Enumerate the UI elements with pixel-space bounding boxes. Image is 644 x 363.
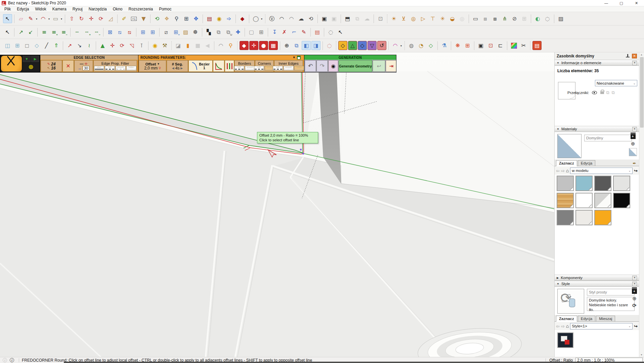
- panel-header-components[interactable]: ▶ Komponenty ✕: [555, 275, 639, 281]
- qft-shrink-selection[interactable]: ↙: [26, 28, 35, 37]
- uv-paste[interactable]: ⧉U: [224, 28, 233, 37]
- style-list-item[interactable]: [557, 332, 573, 348]
- subd-crease[interactable]: ◇: [32, 41, 41, 50]
- visibility-eye-icon[interactable]: [592, 91, 597, 94]
- dropdown-arrow-icon[interactable]: ▾: [36, 17, 37, 20]
- vray-light-sphere[interactable]: ◎: [458, 14, 467, 23]
- material-swatch-light-gray[interactable]: [557, 176, 574, 191]
- seg-increase-icon[interactable]: ▶: [180, 66, 183, 70]
- lab-flask[interactable]: ⚗: [440, 41, 449, 50]
- qft-connected-mesh[interactable]: ⊠: [105, 28, 115, 37]
- line-style-option-hidden[interactable]: hidden: [294, 66, 304, 71]
- tool-move[interactable]: ✛: [87, 14, 96, 23]
- export-image[interactable]: ➩: [224, 14, 233, 23]
- artisan-rock[interactable]: ◍: [407, 41, 416, 50]
- materials-panel-close-button[interactable]: ✕: [632, 127, 637, 131]
- line-style-option-hidden[interactable]: hidden: [126, 66, 136, 71]
- vray-viewport-region[interactable]: ▣: [330, 14, 339, 23]
- qft-red-diagonals[interactable]: ⧅: [125, 28, 134, 37]
- material-swatch-teal-blue[interactable]: [575, 176, 593, 191]
- vray-asset-editor[interactable]: Ⓥ: [267, 14, 276, 23]
- tool-scale[interactable]: ◿: [106, 14, 115, 23]
- vray-swarm[interactable]: ⟲: [306, 14, 315, 23]
- qft-uv-mapping[interactable]: ▨: [181, 28, 190, 37]
- vray-clipper[interactable]: ⊘: [510, 14, 519, 23]
- both-sides-button[interactable]: [225, 60, 234, 72]
- line-style-option-smooth[interactable]: smooth: [116, 66, 126, 71]
- dropdown-arrow-icon[interactable]: ▾: [48, 17, 50, 20]
- styles-panel-close-button[interactable]: ✕: [632, 282, 637, 286]
- pin-icon[interactable]: [625, 54, 630, 58]
- vray-proxy-export[interactable]: ⧈: [490, 14, 500, 23]
- vray-light-ies[interactable]: ⊤: [428, 14, 437, 23]
- edge-width-value[interactable]: 30: [83, 66, 89, 71]
- tab-edycja[interactable]: Edycja: [578, 160, 596, 166]
- vertex-tools-move[interactable]: ↗: [65, 41, 74, 50]
- menu-rozszerzenia[interactable]: Rozszerzenia: [125, 6, 156, 12]
- qft-blue-diagonals[interactable]: ⧅: [115, 28, 124, 37]
- 3d-viewport[interactable]: Offset 2,0 mm - Ratio = 100% Click to se…: [0, 52, 554, 357]
- vray-infinite-plane[interactable]: ▭: [471, 14, 480, 23]
- tool-pencil[interactable]: ✎▾: [26, 14, 35, 23]
- menu-rysuj[interactable]: Rysuj: [70, 6, 86, 12]
- qft-shrink-ring[interactable]: ╌−: [92, 28, 101, 37]
- clear-selection-button[interactable]: ✕: [62, 60, 74, 72]
- vray-fur[interactable]: ⋔: [500, 14, 509, 23]
- info-panel-close-button[interactable]: ✕: [632, 61, 637, 65]
- back-arrow-icon[interactable]: ⇦: [556, 324, 560, 329]
- menu-widok[interactable]: Widok: [32, 6, 49, 12]
- offset-dropdown-icon[interactable]: ▼: [157, 62, 160, 66]
- lasso-selection[interactable]: ◌: [326, 28, 335, 37]
- tool-tape-measure[interactable]: ✐: [120, 14, 129, 23]
- segments-value[interactable]: 4s: [175, 66, 180, 70]
- vray-lens-effects[interactable]: ▨: [556, 14, 565, 23]
- menu-edycja[interactable]: Edycja: [14, 6, 32, 12]
- fredo-fold[interactable]: ◪: [174, 41, 183, 50]
- seg-decrease-icon[interactable]: ◀: [172, 66, 174, 70]
- tab-zaznacz[interactable]: Zaznacz: [556, 160, 577, 166]
- qft-convert-quads[interactable]: ⊞: [138, 28, 147, 37]
- material-swatch-diagonal-gray[interactable]: [594, 193, 611, 208]
- soften-edges[interactable]: ▲: [98, 41, 107, 50]
- vray-light-generic[interactable]: ☀: [389, 14, 398, 23]
- dropdown-arrow-icon[interactable]: ▾: [261, 17, 262, 20]
- materials-scope-dropdown[interactable]: w modelu ⌄: [570, 168, 633, 174]
- lasso-red[interactable]: ◌: [325, 41, 334, 50]
- uv-checker[interactable]: ▚: [204, 28, 213, 37]
- dropdown-arrow-icon[interactable]: ▾: [61, 17, 62, 20]
- vray-cloud-batch[interactable]: ☁: [362, 14, 372, 23]
- material-swatch-off-white[interactable]: [575, 210, 593, 225]
- outline-dashed[interactable]: ▣: [476, 41, 485, 50]
- subd-subdivide[interactable]: ◫: [3, 41, 12, 50]
- segments-cell[interactable]: # Seg. ◀4s▶: [167, 60, 188, 72]
- vray-frame-buffer[interactable]: ⬒: [343, 14, 352, 23]
- red-move-tool[interactable]: ✛: [249, 41, 258, 50]
- offset-value[interactable]: 2,0 mm: [144, 66, 158, 70]
- animator[interactable]: ▮: [183, 41, 192, 50]
- fredoscale-stretch[interactable]: ◇: [338, 41, 347, 50]
- drop-vertices[interactable]: ↧: [270, 28, 279, 37]
- panel-header-materials[interactable]: ▼ Materiały ✕: [555, 126, 639, 132]
- menu-kamera[interactable]: Kamera: [49, 6, 70, 12]
- tool-orbit[interactable]: ⟲: [153, 14, 162, 23]
- fredoscale-taper[interactable]: △: [348, 41, 357, 50]
- mirror-plane-a[interactable]: ◧: [302, 41, 311, 50]
- tool-rotate[interactable]: ⟳: [96, 14, 105, 23]
- qft-flip-triangulation[interactable]: ⧄: [162, 28, 171, 37]
- fredo-rotate[interactable]: ⟳: [118, 41, 127, 50]
- tray-close-button[interactable]: ✕: [632, 54, 637, 58]
- subd-wireframe[interactable]: ⊞: [13, 41, 22, 50]
- detach-pane-icon[interactable]: ↪: [634, 168, 638, 173]
- preset-dropdown-icon[interactable]: ▼: [293, 56, 296, 59]
- profile-curve-button[interactable]: [213, 60, 224, 72]
- vray-light-sun[interactable]: ✳: [438, 14, 447, 23]
- mirror-plane-b[interactable]: ◨: [311, 41, 320, 50]
- generate-geometry-button[interactable]: Generate Geometry: [339, 60, 372, 72]
- qft-shrink-loop[interactable]: ≡−: [59, 28, 68, 37]
- rainbow-material[interactable]: [509, 41, 518, 50]
- vray-light-dome[interactable]: ◒: [448, 14, 457, 23]
- uv-unwrap[interactable]: ✚: [233, 28, 243, 37]
- qft-grow-loop[interactable]: ≡+: [49, 28, 58, 37]
- home-icon[interactable]: ⌂: [566, 323, 569, 329]
- curve-fold[interactable]: ◠: [216, 41, 225, 50]
